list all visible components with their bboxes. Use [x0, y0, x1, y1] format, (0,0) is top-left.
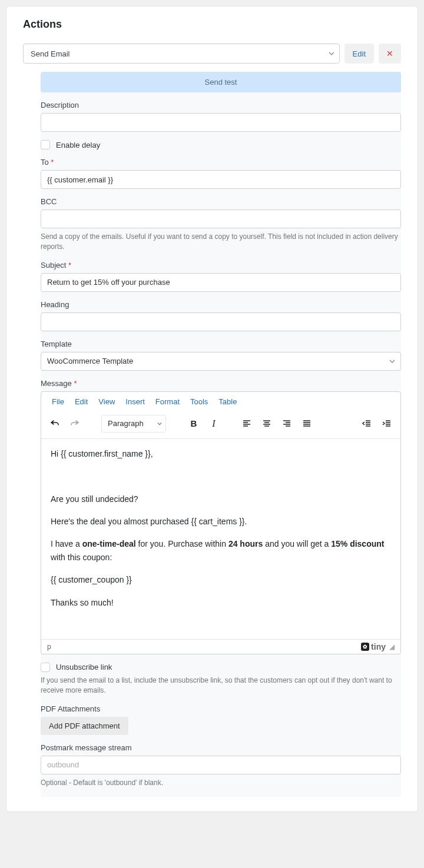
- editor-content-area[interactable]: Hi {{ customer.first_name }}, Are you st…: [41, 439, 400, 639]
- enable-delay-label: Enable delay: [56, 141, 100, 149]
- chevron-down-icon: [157, 421, 162, 426]
- menu-view[interactable]: View: [98, 397, 115, 406]
- enable-delay-checkbox[interactable]: [41, 140, 50, 149]
- editor-menubar: File Edit View Insert Format Tools Table: [41, 392, 400, 411]
- editor-path: p: [47, 643, 51, 651]
- action-body: Send test Description Enable delay To * …: [41, 72, 401, 797]
- edit-button[interactable]: Edit: [344, 44, 374, 64]
- text-bold: one-time-deal: [82, 539, 136, 548]
- text: ,: [151, 449, 153, 458]
- outdent-icon: [362, 419, 372, 428]
- actions-card: Actions Send Email Edit ✕ Send test Desc…: [6, 6, 418, 812]
- to-input[interactable]: [41, 170, 401, 189]
- text: Here's the deal you almost purchased: [51, 517, 191, 526]
- block-format-select[interactable]: Paragraph: [101, 415, 166, 433]
- text: and you will get a: [263, 539, 331, 548]
- postmark-label: Postmark message stream: [41, 743, 401, 752]
- editor-footer: p ✿ tiny ◢: [41, 639, 400, 654]
- indent-button[interactable]: [378, 415, 396, 433]
- action-header-row: Send Email Edit ✕: [23, 44, 401, 64]
- outdent-button[interactable]: [358, 415, 376, 433]
- align-left-icon: [242, 419, 251, 428]
- to-label: To: [41, 158, 49, 167]
- required-marker: *: [51, 158, 54, 167]
- redo-icon: [70, 419, 80, 428]
- menu-edit[interactable]: Edit: [75, 397, 88, 406]
- text: .: [245, 517, 247, 526]
- pdf-label: PDF Attachments: [41, 704, 401, 713]
- add-pdf-button[interactable]: Add PDF attachment: [41, 717, 128, 735]
- description-input[interactable]: [41, 113, 401, 132]
- postmark-help: Optional - Default is 'outbound' if blan…: [41, 778, 401, 788]
- resize-handle-icon[interactable]: ◢: [389, 643, 395, 651]
- message-label: Message: [41, 379, 72, 388]
- merge-tag: {{ cart_items }}: [191, 517, 244, 526]
- merge-tag: {{ customer_coupon }}: [51, 573, 391, 586]
- chevron-down-icon: [329, 51, 334, 56]
- subject-label: Subject: [41, 261, 66, 270]
- send-test-button[interactable]: Send test: [41, 72, 401, 92]
- postmark-input[interactable]: [41, 756, 401, 774]
- indent-icon: [382, 419, 392, 428]
- text-bold: 24 hours: [228, 539, 263, 548]
- tiny-logo-icon: ✿: [361, 643, 369, 651]
- menu-file[interactable]: File: [52, 397, 64, 406]
- text: Hi: [51, 449, 61, 458]
- bcc-input[interactable]: [41, 209, 401, 228]
- page-title: Actions: [23, 18, 401, 31]
- description-label: Description: [41, 101, 401, 109]
- block-format-value: Paragraph: [108, 419, 144, 428]
- bcc-label: BCC: [41, 197, 401, 206]
- heading-input[interactable]: [41, 312, 401, 331]
- bcc-help: Send a copy of the emails. Useful if you…: [41, 232, 401, 252]
- editor-toolbar: Paragraph B I: [41, 411, 400, 439]
- template-select[interactable]: [41, 352, 401, 371]
- unsubscribe-help: If you send the email to a list, include…: [41, 676, 401, 696]
- tiny-brand-label: tiny: [371, 642, 386, 651]
- undo-button[interactable]: [46, 415, 64, 433]
- redo-button[interactable]: [66, 415, 84, 433]
- italic-button[interactable]: I: [205, 415, 223, 433]
- align-justify-icon: [302, 419, 312, 428]
- undo-icon: [50, 419, 59, 428]
- align-justify-button[interactable]: [298, 415, 316, 433]
- text: for you. Purchase within: [136, 539, 228, 548]
- subject-input[interactable]: [41, 273, 401, 292]
- text-bold: 15% discount: [331, 539, 384, 548]
- unsubscribe-checkbox[interactable]: [41, 663, 50, 672]
- align-left-button[interactable]: [238, 415, 256, 433]
- merge-tag: {{ customer.first_name }}: [61, 449, 151, 458]
- text: I have a: [51, 539, 82, 548]
- align-center-button[interactable]: [258, 415, 276, 433]
- text: Are you still undecided?: [51, 493, 391, 505]
- align-right-button[interactable]: [278, 415, 296, 433]
- unsubscribe-label: Unsubscribe link: [56, 663, 112, 671]
- menu-format[interactable]: Format: [155, 397, 180, 406]
- text: with this coupon:: [51, 553, 112, 562]
- text: Thanks so much!: [51, 596, 391, 609]
- menu-tools[interactable]: Tools: [190, 397, 208, 406]
- heading-label: Heading: [41, 300, 401, 309]
- action-type-select[interactable]: Send Email: [23, 44, 340, 64]
- required-marker: *: [68, 261, 71, 270]
- action-type-value: Send Email: [31, 49, 69, 58]
- bold-button[interactable]: B: [185, 415, 203, 433]
- italic-icon: I: [212, 418, 215, 429]
- delete-button[interactable]: ✕: [379, 44, 401, 64]
- menu-insert[interactable]: Insert: [125, 397, 145, 406]
- menu-table[interactable]: Table: [218, 397, 237, 406]
- align-right-icon: [282, 419, 292, 428]
- bold-icon: B: [191, 418, 197, 428]
- richtext-editor: File Edit View Insert Format Tools Table…: [41, 391, 401, 654]
- align-center-icon: [262, 419, 271, 428]
- tiny-brand: ✿ tiny: [361, 642, 386, 651]
- close-icon: ✕: [386, 49, 393, 58]
- template-label: Template: [41, 340, 401, 348]
- required-marker: *: [74, 379, 77, 388]
